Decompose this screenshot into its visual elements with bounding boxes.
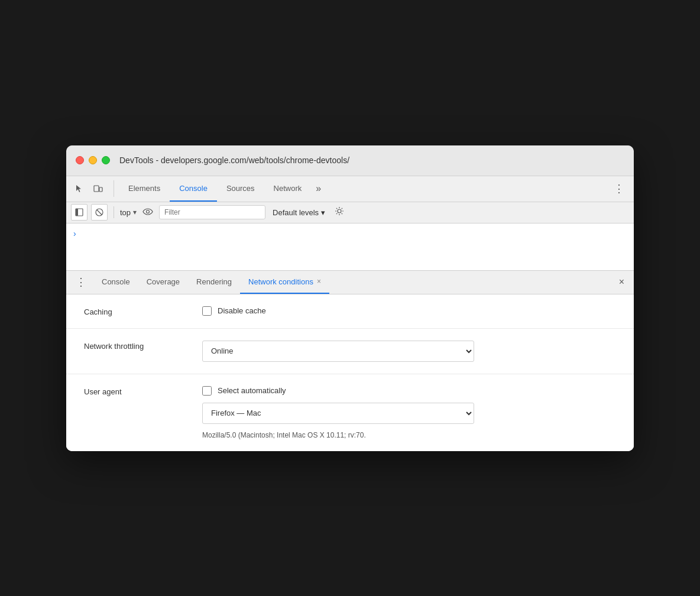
more-tabs-button[interactable]: »	[311, 176, 326, 202]
tab-elements[interactable]: Elements	[119, 176, 170, 202]
svg-rect-0	[94, 186, 99, 192]
close-button[interactable]	[76, 156, 84, 164]
toolbar-icons	[71, 180, 114, 197]
disable-cache-label: Disable cache	[218, 306, 266, 315]
console-content: ›	[66, 224, 634, 271]
tab-coverage[interactable]: Coverage	[138, 271, 188, 294]
caching-controls: Disable cache	[202, 306, 616, 316]
console-toolbar: top ▾ Default levels ▾	[66, 202, 634, 224]
bottom-tabs-more-button[interactable]: ⋮	[71, 276, 91, 289]
throttling-section: Network throttling Online Fast 3G Slow 3…	[66, 329, 634, 374]
tab-rendering[interactable]: Rendering	[188, 271, 240, 294]
auto-select-checkbox[interactable]	[202, 386, 212, 396]
svg-point-6	[147, 210, 150, 213]
disable-cache-checkbox[interactable]	[202, 306, 212, 316]
console-sidebar-toggle[interactable]	[71, 204, 88, 221]
tab-console[interactable]: Console	[170, 176, 217, 202]
traffic-lights	[76, 156, 110, 164]
levels-arrow-icon: ▾	[321, 208, 325, 217]
eye-icon[interactable]	[140, 205, 155, 220]
devtools-toolbar: Elements Console Sources Network » ⋮	[66, 176, 634, 202]
disable-cache-row[interactable]: Disable cache	[202, 306, 616, 316]
bottom-tabs-bar: ⋮ Console Coverage Rendering Network con…	[66, 271, 634, 294]
filter-input[interactable]	[159, 205, 265, 219]
console-chevron[interactable]: ›	[73, 229, 76, 238]
devtools-window: DevTools - developers.google.com/web/too…	[66, 145, 634, 451]
device-icon[interactable]	[90, 180, 106, 197]
user-agent-label: User agent	[84, 386, 179, 396]
default-levels-button[interactable]: Default levels ▾	[269, 207, 329, 218]
svg-line-5	[97, 210, 102, 215]
minimize-button[interactable]	[89, 156, 97, 164]
clear-console-button[interactable]	[91, 204, 108, 221]
tab-network[interactable]: Network	[264, 176, 312, 202]
tab-console2[interactable]: Console	[93, 271, 138, 294]
auto-select-label: Select automatically	[218, 386, 286, 395]
throttling-label: Network throttling	[84, 341, 179, 351]
user-agent-section: User agent Select automatically Firefox …	[66, 374, 634, 451]
caching-label: Caching	[84, 306, 179, 316]
tab-sources[interactable]: Sources	[217, 176, 264, 202]
ua-string: Mozilla/5.0 (Macintosh; Intel Mac OS X 1…	[202, 431, 474, 439]
svg-rect-1	[99, 187, 102, 192]
context-selector[interactable]: top ▾	[120, 208, 137, 217]
window-title: DevTools - developers.google.com/web/too…	[119, 156, 349, 165]
main-tabs: Elements Console Sources Network »	[119, 176, 609, 202]
caching-section: Caching Disable cache	[66, 294, 634, 329]
menu-dots-button[interactable]: ⋮	[609, 180, 629, 197]
network-conditions-content: Caching Disable cache Network throttling…	[66, 294, 634, 451]
svg-point-7	[338, 209, 341, 213]
tab-network-conditions-close[interactable]: ×	[317, 277, 321, 286]
throttling-controls: Online Fast 3G Slow 3G Offline Custom...	[202, 341, 616, 362]
toolbar-right: ⋮	[609, 180, 629, 197]
user-agent-select[interactable]: Firefox — Mac Chrome — Android Safari — …	[202, 403, 474, 424]
context-arrow-icon: ▾	[133, 208, 137, 216]
bottom-panel-close-button[interactable]: ×	[614, 274, 629, 290]
user-agent-controls: Select automatically Firefox — Mac Chrom…	[202, 386, 616, 439]
cursor-icon[interactable]	[71, 180, 88, 197]
tab-network-conditions[interactable]: Network conditions ×	[240, 271, 329, 294]
throttling-select[interactable]: Online Fast 3G Slow 3G Offline Custom...	[202, 341, 474, 362]
toolbar-separator	[114, 206, 114, 218]
maximize-button[interactable]	[102, 156, 110, 164]
auto-select-row[interactable]: Select automatically	[202, 386, 616, 396]
titlebar: DevTools - developers.google.com/web/too…	[66, 145, 634, 176]
bottom-panel: ⋮ Console Coverage Rendering Network con…	[66, 271, 634, 451]
svg-rect-3	[76, 209, 78, 216]
gear-icon[interactable]	[332, 204, 346, 221]
